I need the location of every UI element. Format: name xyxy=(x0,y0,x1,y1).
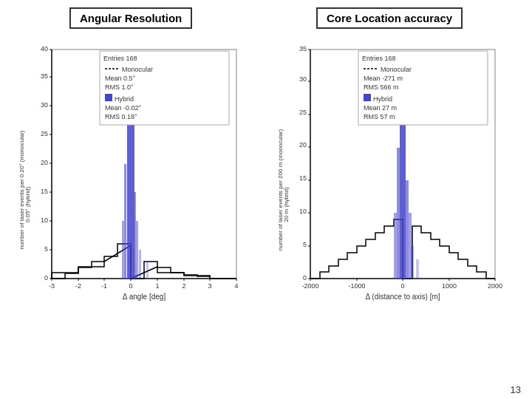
svg-text:30: 30 xyxy=(41,101,48,109)
svg-text:Δ (distance to axis) [m]: Δ (distance to axis) [m] xyxy=(365,293,440,301)
svg-rect-93 xyxy=(406,180,409,279)
svg-text:10: 10 xyxy=(299,208,307,215)
svg-text:RMS   1.0°: RMS 1.0° xyxy=(105,83,134,91)
svg-rect-54 xyxy=(105,94,112,101)
svg-text:1: 1 xyxy=(155,282,159,290)
svg-rect-44 xyxy=(122,221,124,279)
svg-text:5: 5 xyxy=(303,241,307,248)
left-chart-container: number of laser events per 0.20° (monocu… xyxy=(15,35,259,345)
svg-text:RMS   566 m: RMS 566 m xyxy=(364,83,399,91)
svg-text:35: 35 xyxy=(299,45,307,52)
svg-text:Mean -271 m: Mean -271 m xyxy=(364,75,403,82)
svg-text:Hybrid: Hybrid xyxy=(115,95,134,103)
svg-text:0.05° (hybrid): 0.05° (hybrid) xyxy=(24,187,31,222)
left-chart-title: Angular Resolution xyxy=(69,7,192,29)
svg-text:2: 2 xyxy=(182,282,185,290)
svg-text:15: 15 xyxy=(299,174,307,182)
svg-text:RMS   0.18°: RMS 0.18° xyxy=(105,113,137,120)
svg-text:Mean  -0.02°: Mean -0.02° xyxy=(105,104,142,112)
svg-text:4: 4 xyxy=(234,282,238,290)
svg-text:25: 25 xyxy=(41,130,48,137)
charts-row: number of laser events per 0.20° (monocu… xyxy=(7,35,525,392)
svg-text:5: 5 xyxy=(44,245,48,253)
svg-text:0: 0 xyxy=(44,274,48,282)
svg-rect-97 xyxy=(416,259,419,279)
svg-text:RMS   57 m: RMS 57 m xyxy=(364,113,395,120)
main-container: Angular Resolution Core Location accurac… xyxy=(0,0,532,399)
svg-text:-1000: -1000 xyxy=(348,282,365,290)
svg-text:0: 0 xyxy=(400,282,404,290)
right-chart-svg: number of laser events per 200 m (monocu… xyxy=(273,35,517,345)
right-chart-title: Core Location accuracy xyxy=(316,7,463,29)
svg-text:35: 35 xyxy=(41,72,48,80)
svg-text:Monocular: Monocular xyxy=(122,66,153,73)
svg-text:20 m (hybrid): 20 m (hybrid) xyxy=(283,187,290,222)
svg-text:Entries 168: Entries 168 xyxy=(103,55,137,62)
svg-text:-2: -2 xyxy=(75,282,81,290)
svg-text:Entries 168: Entries 168 xyxy=(362,55,396,62)
svg-text:0: 0 xyxy=(129,282,132,290)
svg-text:30: 30 xyxy=(299,75,307,83)
svg-text:25: 25 xyxy=(299,109,307,116)
svg-text:-3: -3 xyxy=(49,282,55,290)
svg-text:-2000: -2000 xyxy=(301,282,318,290)
titles-row: Angular Resolution Core Location accurac… xyxy=(7,7,525,29)
svg-text:Mean  0.5°: Mean 0.5° xyxy=(105,75,136,82)
svg-text:0: 0 xyxy=(303,274,307,282)
right-chart-container: number of laser events per 200 m (monocu… xyxy=(273,35,517,345)
svg-text:Hybrid: Hybrid xyxy=(373,95,392,103)
svg-rect-96 xyxy=(411,246,414,279)
page-number: 13 xyxy=(511,384,521,395)
svg-text:Mean  27 m: Mean 27 m xyxy=(364,104,397,112)
left-chart-svg: number of laser events per 0.20° (monocu… xyxy=(15,35,259,345)
svg-text:10: 10 xyxy=(41,216,48,224)
svg-rect-92 xyxy=(397,148,400,279)
svg-rect-45 xyxy=(136,221,138,279)
svg-text:20: 20 xyxy=(41,159,48,166)
svg-rect-42 xyxy=(124,164,126,279)
svg-text:2000: 2000 xyxy=(488,282,502,290)
svg-text:Δ angle [deg]: Δ angle [deg] xyxy=(123,293,166,301)
svg-rect-94 xyxy=(394,213,397,279)
svg-text:3: 3 xyxy=(208,282,211,290)
svg-rect-47 xyxy=(146,262,149,279)
svg-text:1000: 1000 xyxy=(442,282,457,290)
svg-rect-46 xyxy=(139,250,141,279)
svg-text:15: 15 xyxy=(41,188,48,195)
svg-text:Monocular: Monocular xyxy=(381,66,412,73)
svg-text:40: 40 xyxy=(41,45,48,52)
svg-text:-1: -1 xyxy=(101,282,107,290)
svg-rect-43 xyxy=(134,192,136,279)
svg-text:20: 20 xyxy=(299,141,307,149)
svg-rect-104 xyxy=(364,94,371,101)
